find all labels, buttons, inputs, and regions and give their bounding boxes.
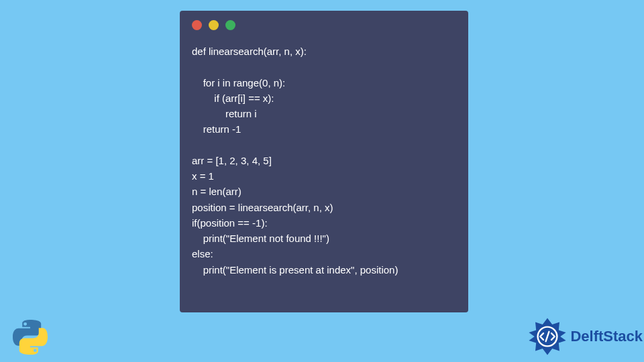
brand-name: DelftStack bbox=[570, 328, 643, 345]
brand-badge-icon bbox=[527, 316, 568, 357]
maximize-icon bbox=[225, 20, 235, 30]
close-icon bbox=[192, 20, 202, 30]
brand: DelftStack bbox=[527, 316, 643, 357]
python-logo-icon bbox=[12, 319, 48, 355]
window-controls bbox=[192, 20, 456, 30]
code-window: def linearsearch(arr, n, x): for i in ra… bbox=[180, 11, 468, 312]
code-block: def linearsearch(arr, n, x): for i in ra… bbox=[192, 44, 456, 278]
minimize-icon bbox=[209, 20, 219, 30]
